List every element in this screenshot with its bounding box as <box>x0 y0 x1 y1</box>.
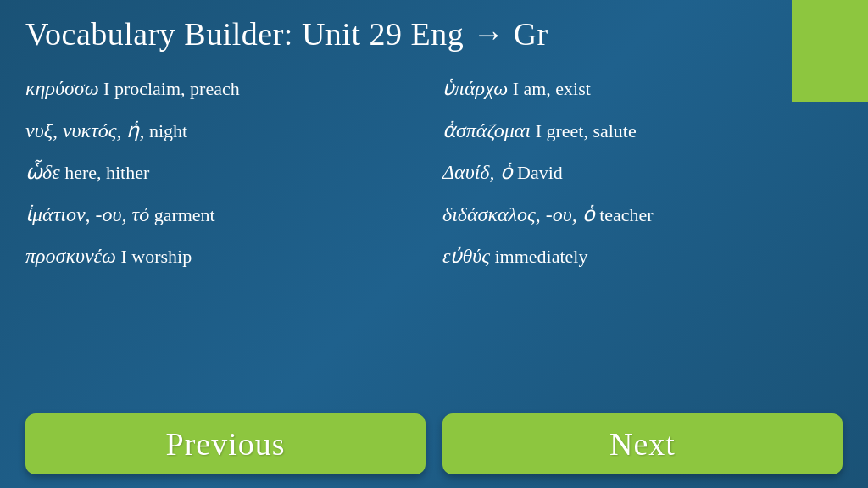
next-button[interactable]: Next <box>442 413 843 474</box>
list-item: νυξ, νυκτός, ἡ, night <box>25 112 426 151</box>
list-item: ἱμάτιον, -ου, τό garment <box>25 196 426 235</box>
left-column: κηρύσσω I proclaim, preach νυξ, νυκτός, … <box>25 69 426 402</box>
list-item: Δαυίδ, ὁ David <box>442 153 843 192</box>
footer: Previous Next <box>0 402 868 488</box>
list-item: κηρύσσω I proclaim, preach <box>25 69 426 108</box>
list-item: ὧδε here, hither <box>25 153 426 192</box>
list-item: εὐθύς immediately <box>442 237 843 276</box>
english-def: I worship <box>116 246 192 267</box>
page-container: Vocabulary Builder: Unit 29 Eng → Gr κηρ… <box>0 0 868 488</box>
previous-button[interactable]: Previous <box>25 413 426 474</box>
greek-word: διδάσκαλος, -ου, ὁ <box>442 203 595 225</box>
greek-word: ὧδε <box>25 161 60 183</box>
greek-word: ὑπάρχω <box>442 77 508 99</box>
english-def: I am, exist <box>508 78 591 99</box>
english-def: I proclaim, preach <box>99 78 240 99</box>
english-def: I greet, salute <box>531 120 637 141</box>
greek-word: ἱμάτιον, -ου, τό <box>25 203 149 225</box>
english-def: David <box>513 162 563 183</box>
greek-word: Δαυίδ, ὁ <box>442 161 513 183</box>
english-def: immediately <box>490 246 587 267</box>
greek-word: προσκυνέω <box>25 245 116 267</box>
list-item: ἀσπάζομαι I greet, salute <box>442 112 843 151</box>
english-def: teacher <box>595 204 654 225</box>
header-lang: Gr <box>505 16 548 52</box>
right-column: ὑπάρχω I am, exist ἀσπάζομαι I greet, sa… <box>442 69 843 402</box>
english-def: night <box>144 120 187 141</box>
greek-word: εὐθύς <box>442 245 490 267</box>
page-header: Vocabulary Builder: Unit 29 Eng → Gr <box>0 0 868 61</box>
header-title: Vocabulary Builder: Unit 29 Eng <box>25 16 472 52</box>
english-def: here, hither <box>60 162 150 183</box>
list-item: προσκυνέω I worship <box>25 237 426 276</box>
english-def: garment <box>149 204 215 225</box>
content-area: κηρύσσω I proclaim, preach νυξ, νυκτός, … <box>0 61 868 402</box>
greek-word: κηρύσσω <box>25 77 99 99</box>
list-item: ὑπάρχω I am, exist <box>442 69 843 108</box>
header-arrow: → <box>472 16 505 52</box>
greek-word: νυξ, νυκτός, ἡ, <box>25 119 144 141</box>
greek-word: ἀσπάζομαι <box>442 119 531 141</box>
list-item: διδάσκαλος, -ου, ὁ teacher <box>442 196 843 235</box>
